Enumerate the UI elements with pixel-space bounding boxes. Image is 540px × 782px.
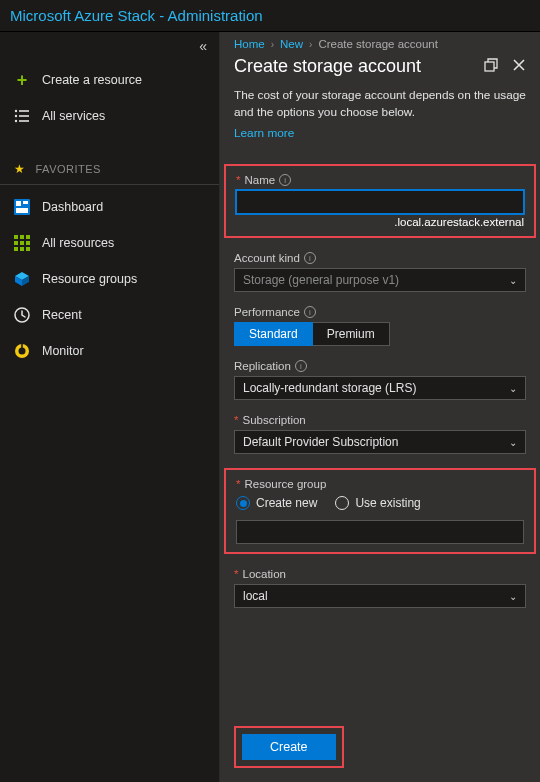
- breadcrumb-current: Create storage account: [318, 38, 438, 50]
- field-resource-group: * Resource group Create new Use existing: [236, 478, 524, 544]
- blade-actions: [484, 58, 526, 76]
- info-icon[interactable]: i: [279, 174, 291, 186]
- nav-all-services[interactable]: All services: [0, 98, 219, 134]
- radio-icon: [335, 496, 349, 510]
- label-account-kind: Account kind i: [234, 252, 526, 264]
- star-icon: ★: [14, 162, 26, 176]
- svg-rect-17: [20, 247, 24, 251]
- app-header: Microsoft Azure Stack - Administration: [0, 0, 540, 32]
- sidebar-item-resource-groups[interactable]: Resource groups: [0, 261, 219, 297]
- form: * Name i .local.azurestack.external Acco…: [220, 142, 540, 716]
- svg-rect-5: [19, 120, 29, 122]
- main-area: « + Create a resource All services ★ FAV…: [0, 32, 540, 782]
- name-input[interactable]: [236, 190, 524, 214]
- favorites-header: ★ FAVORITES: [0, 154, 219, 185]
- svg-rect-12: [26, 235, 30, 239]
- blade-footer: Create: [220, 716, 540, 782]
- field-location: * Location local ⌄: [234, 568, 526, 608]
- svg-rect-25: [21, 343, 23, 348]
- label-name: * Name i: [236, 174, 524, 186]
- replication-select[interactable]: Locally-redundant storage (LRS) ⌄: [234, 376, 526, 400]
- sidebar-item-label: Dashboard: [42, 200, 103, 214]
- resource-group-radio-row: Create new Use existing: [236, 496, 524, 510]
- performance-premium[interactable]: Premium: [313, 322, 390, 346]
- plus-icon: +: [14, 72, 30, 88]
- chevron-down-icon: ⌄: [509, 591, 517, 602]
- label-resource-group: * Resource group: [236, 478, 524, 490]
- dashboard-icon: [14, 199, 30, 215]
- favorites-label: FAVORITES: [36, 163, 101, 175]
- svg-rect-13: [14, 241, 18, 245]
- svg-rect-15: [26, 241, 30, 245]
- highlight-resource-group: * Resource group Create new Use existing: [224, 468, 536, 554]
- field-name: * Name i .local.azurestack.external: [236, 174, 524, 228]
- subscription-select[interactable]: Default Provider Subscription ⌄: [234, 430, 526, 454]
- highlight-name: * Name i .local.azurestack.external: [224, 164, 536, 238]
- svg-point-2: [15, 115, 17, 117]
- monitor-icon: [14, 343, 30, 359]
- breadcrumb: Home › New › Create storage account: [220, 32, 540, 52]
- breadcrumb-home[interactable]: Home: [234, 38, 265, 50]
- performance-segmented: Standard Premium: [234, 322, 526, 346]
- radio-use-existing[interactable]: Use existing: [335, 496, 420, 510]
- svg-rect-26: [485, 62, 494, 71]
- sidebar-item-dashboard[interactable]: Dashboard: [0, 189, 219, 225]
- sidebar-item-label: Recent: [42, 308, 82, 322]
- radio-create-new[interactable]: Create new: [236, 496, 317, 510]
- svg-point-0: [15, 110, 17, 112]
- blade-title: Create storage account: [234, 56, 421, 77]
- list-icon: [14, 108, 30, 124]
- create-button[interactable]: Create: [242, 734, 336, 760]
- info-icon[interactable]: i: [295, 360, 307, 372]
- clock-icon: [14, 307, 30, 323]
- blade: Home › New › Create storage account Crea…: [220, 32, 540, 782]
- account-kind-select[interactable]: Storage (general purpose v1) ⌄: [234, 268, 526, 292]
- sidebar-item-recent[interactable]: Recent: [0, 297, 219, 333]
- svg-rect-1: [19, 110, 29, 112]
- field-subscription: * Subscription Default Provider Subscrip…: [234, 414, 526, 454]
- learn-more-link[interactable]: Learn more: [234, 125, 294, 142]
- chevron-down-icon: ⌄: [509, 437, 517, 448]
- sidebar-item-label: All resources: [42, 236, 114, 250]
- restore-icon[interactable]: [484, 58, 498, 76]
- svg-rect-9: [16, 208, 28, 213]
- performance-standard[interactable]: Standard: [234, 322, 313, 346]
- label-replication: Replication i: [234, 360, 526, 372]
- blade-header: Create storage account: [220, 52, 540, 87]
- sidebar-item-monitor[interactable]: Monitor: [0, 333, 219, 369]
- resource-group-input[interactable]: [236, 520, 524, 544]
- info-icon[interactable]: i: [304, 252, 316, 264]
- svg-rect-3: [19, 115, 29, 117]
- breadcrumb-new[interactable]: New: [280, 38, 303, 50]
- field-performance: Performance i Standard Premium: [234, 306, 526, 346]
- svg-rect-18: [26, 247, 30, 251]
- field-replication: Replication i Locally-redundant storage …: [234, 360, 526, 400]
- nav-label: All services: [42, 109, 105, 123]
- grid-icon: [14, 235, 30, 251]
- sidebar-item-all-resources[interactable]: All resources: [0, 225, 219, 261]
- chevron-down-icon: ⌄: [509, 275, 517, 286]
- close-icon[interactable]: [512, 58, 526, 76]
- chevron-right-icon: ›: [309, 39, 312, 50]
- nav-create-resource[interactable]: + Create a resource: [0, 62, 219, 98]
- svg-rect-8: [23, 201, 28, 204]
- svg-rect-16: [14, 247, 18, 251]
- sidebar: « + Create a resource All services ★ FAV…: [0, 32, 220, 782]
- svg-rect-14: [20, 241, 24, 245]
- svg-rect-11: [20, 235, 24, 239]
- required-marker: *: [236, 174, 240, 186]
- name-input-wrap: [236, 190, 524, 214]
- required-marker: *: [234, 568, 238, 580]
- app-title: Microsoft Azure Stack - Administration: [10, 7, 263, 24]
- radio-icon: [236, 496, 250, 510]
- svg-point-4: [15, 120, 17, 122]
- svg-rect-7: [16, 201, 21, 206]
- location-select[interactable]: local ⌄: [234, 584, 526, 608]
- svg-point-24: [19, 348, 26, 355]
- info-icon[interactable]: i: [304, 306, 316, 318]
- nav-label: Create a resource: [42, 73, 142, 87]
- label-performance: Performance i: [234, 306, 526, 318]
- sidebar-collapse-button[interactable]: «: [199, 36, 219, 62]
- required-marker: *: [236, 478, 240, 490]
- cube-icon: [14, 271, 30, 287]
